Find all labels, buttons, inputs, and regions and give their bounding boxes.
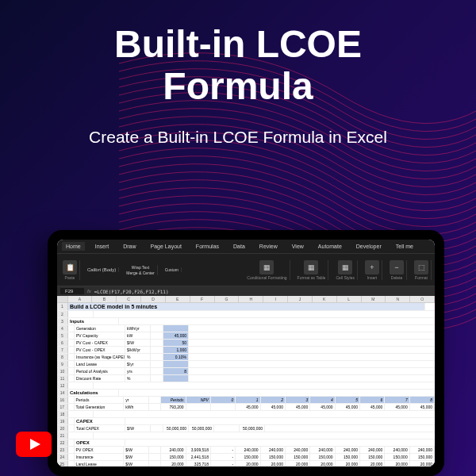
format-selector[interactable]: Custom: [165, 267, 178, 272]
cell[interactable]: [151, 354, 163, 360]
cell[interactable]: [68, 440, 75, 446]
col-header[interactable]: M: [362, 296, 386, 302]
cell[interactable]: 240,000: [236, 447, 260, 453]
cell[interactable]: [149, 397, 162, 403]
col-header[interactable]: C: [117, 296, 141, 302]
cell[interactable]: Insurance: [75, 454, 125, 460]
col-header[interactable]: H: [239, 296, 263, 302]
row-header[interactable]: 5: [57, 332, 68, 339]
cell[interactable]: [149, 447, 162, 453]
row-header[interactable]: 7: [57, 347, 68, 353]
cell[interactable]: [211, 404, 236, 410]
cell-reference[interactable]: F29: [60, 288, 84, 294]
col-header[interactable]: N: [386, 296, 410, 302]
cell[interactable]: Generation: [75, 325, 125, 332]
tab-developer[interactable]: Developer: [352, 242, 386, 251]
font-selector[interactable]: Calibri (Body): [87, 267, 116, 272]
col-header[interactable]: B: [92, 296, 117, 302]
cell[interactable]: [149, 404, 162, 410]
cell[interactable]: kWh/yr: [125, 325, 151, 332]
cell[interactable]: 20,000: [261, 461, 286, 466]
cell[interactable]: 150,000: [410, 454, 435, 460]
tab-tell-me[interactable]: Tell me: [392, 242, 417, 251]
cell[interactable]: Land Lease: [75, 461, 125, 466]
cell[interactable]: [149, 454, 162, 460]
row-header[interactable]: 12: [57, 382, 68, 389]
row-header[interactable]: 17: [57, 404, 68, 410]
cell[interactable]: 2,441,518: [186, 454, 211, 460]
cell[interactable]: 0: [211, 397, 236, 403]
cell[interactable]: 4: [310, 397, 335, 403]
col-header[interactable]: O: [410, 296, 435, 302]
cell[interactable]: [68, 354, 75, 360]
col-header[interactable]: G: [215, 296, 240, 302]
row-header[interactable]: 1: [57, 303, 68, 310]
tab-view[interactable]: View: [288, 242, 308, 251]
cell[interactable]: 150,000: [310, 454, 335, 460]
row-header[interactable]: 4: [57, 325, 68, 332]
cell[interactable]: 150,000: [286, 454, 310, 460]
tab-data[interactable]: Data: [229, 242, 249, 251]
cell[interactable]: 240,000: [161, 447, 186, 453]
cell[interactable]: $/W: [125, 425, 151, 432]
row-header[interactable]: 9: [57, 361, 68, 367]
row-header[interactable]: 25: [57, 461, 68, 466]
row-header[interactable]: 23: [57, 447, 68, 453]
cell[interactable]: [68, 347, 75, 353]
cell[interactable]: Periods: [75, 397, 125, 403]
tab-formulas[interactable]: Formulas: [192, 242, 223, 251]
cell[interactable]: -: [211, 454, 236, 460]
spreadsheet[interactable]: ABCDEFGHIJKLMNO 1Build a LCOE model in 5…: [57, 296, 435, 466]
cell[interactable]: [68, 454, 75, 460]
cell[interactable]: [214, 425, 240, 432]
cell[interactable]: kW: [125, 332, 151, 339]
insert-icon[interactable]: +: [365, 260, 379, 274]
cell[interactable]: [151, 368, 163, 374]
cell[interactable]: [151, 340, 163, 346]
tab-home[interactable]: Home: [62, 242, 85, 251]
cell[interactable]: [186, 404, 211, 410]
cell[interactable]: 240,000: [336, 447, 360, 453]
row-header[interactable]: 10: [57, 368, 68, 374]
cell[interactable]: 150,000: [360, 454, 385, 460]
cell[interactable]: 3,909,518: [186, 447, 211, 453]
cell[interactable]: 240,000: [286, 447, 310, 453]
cell[interactable]: $/W: [124, 447, 148, 453]
tab-draw[interactable]: Draw: [119, 242, 140, 251]
cell[interactable]: 50: [163, 340, 189, 346]
cell[interactable]: [151, 347, 163, 353]
col-header[interactable]: I: [263, 296, 288, 302]
cell[interactable]: 240,000: [360, 447, 385, 453]
col-header[interactable]: D: [141, 296, 166, 302]
cell[interactable]: %: [125, 375, 151, 382]
cell[interactable]: [68, 404, 75, 410]
cell[interactable]: yr: [124, 397, 148, 403]
cell[interactable]: [68, 340, 75, 346]
cell[interactable]: $/yr: [125, 361, 151, 367]
table-format-icon[interactable]: ▦: [304, 260, 318, 274]
cell[interactable]: 45,000: [236, 404, 260, 410]
cell[interactable]: -: [211, 461, 236, 466]
cell[interactable]: 150,000: [161, 454, 186, 460]
cell[interactable]: PV Cost - OPEX: [75, 347, 125, 353]
cell[interactable]: 45,000: [336, 404, 360, 410]
cell[interactable]: [68, 411, 94, 417]
cell[interactable]: CAPEX: [75, 418, 125, 424]
cell[interactable]: PV Cost - CAPEX: [75, 340, 125, 346]
cell[interactable]: [68, 432, 94, 439]
cell[interactable]: Insurance (as %age CAPEX): [75, 354, 125, 360]
cell[interactable]: yrs: [125, 368, 151, 374]
row-header[interactable]: 24: [57, 454, 68, 460]
cell[interactable]: 150,000: [261, 454, 286, 460]
tab-page-layout[interactable]: Page Layout: [147, 242, 186, 251]
format-icon[interactable]: ⬚: [414, 260, 428, 274]
tab-insert[interactable]: Insert: [91, 242, 113, 251]
cell[interactable]: [68, 397, 75, 403]
cell[interactable]: 5: [336, 397, 360, 403]
cell[interactable]: 3: [286, 397, 310, 403]
cell[interactable]: 793,200: [161, 404, 186, 410]
row-header[interactable]: 21: [57, 432, 68, 439]
cell[interactable]: Inputs: [68, 318, 119, 324]
cell[interactable]: Periods: [161, 397, 186, 403]
row-header[interactable]: 20: [57, 425, 68, 432]
